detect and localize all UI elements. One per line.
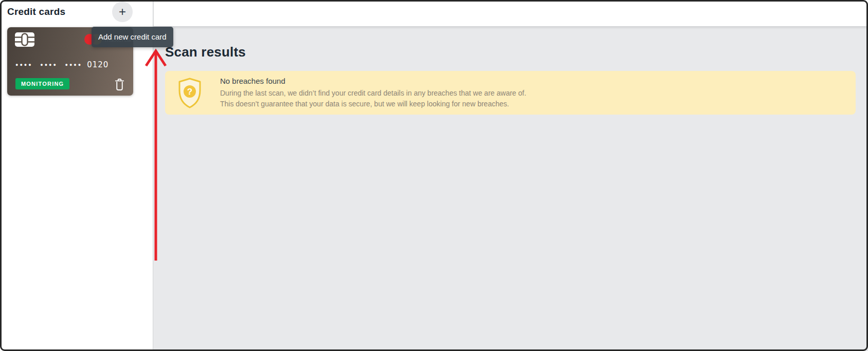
main-content: Scan results ? No breaches found During … <box>154 27 868 115</box>
monitoring-status-badge: MONITORING <box>15 78 69 89</box>
no-breaches-notice: ? No breaches found During the last scan… <box>165 71 856 115</box>
notice-line-2: This doesn’t guarantee that your data is… <box>220 99 526 109</box>
masked-card-number: ●●●● ●●●● ●●●● 0120 <box>15 60 109 69</box>
app-window: Credit cards + mastercard ●●●● ●●●● ●●●● <box>0 0 868 351</box>
notice-title: No breaches found <box>220 77 526 85</box>
card-chip-icon <box>14 32 35 49</box>
last-four-digits: 0120 <box>87 60 109 69</box>
notice-line-1: During the last scan, we didn’t find you… <box>220 88 526 99</box>
plus-icon: + <box>119 5 126 19</box>
add-card-tooltip: Add new credit card <box>92 27 173 47</box>
main-topbar <box>154 0 868 27</box>
add-credit-card-button[interactable]: + <box>112 2 133 22</box>
trash-icon <box>114 85 125 93</box>
page-title: Scan results <box>165 44 856 60</box>
scan-results-pane: Scan results ? No breaches found During … <box>154 0 868 351</box>
question-glyph: ? <box>187 87 192 97</box>
sidebar-title: Credit cards <box>7 6 65 17</box>
delete-card-button[interactable] <box>113 77 126 94</box>
credit-cards-sidebar: Credit cards + mastercard ●●●● ●●●● ●●●● <box>0 0 153 351</box>
masked-digits: ●●●● ●●●● ●●●● <box>15 61 82 69</box>
notice-text-block: No breaches found During the last scan, … <box>220 77 526 109</box>
shield-question-icon: ? <box>178 78 202 108</box>
